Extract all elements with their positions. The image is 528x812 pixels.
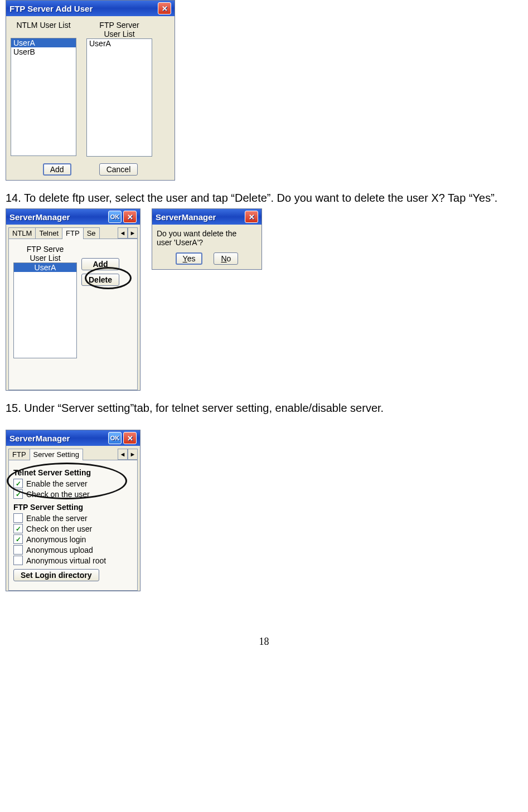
delete-confirm-dialog: ServerManager ✕ Do you want delete the u… [152, 208, 262, 270]
list-label-2: User List [13, 254, 77, 262]
tab-telnet[interactable]: Telnet [35, 227, 62, 239]
cancel-button[interactable]: Cancel [99, 163, 138, 176]
close-icon[interactable]: ✕ [158, 2, 171, 14]
ftp-add-user-window: FTP Server Add User ✕ NTLM User List Use… [6, 0, 175, 181]
ftp-list-label-1: FTP Server [99, 21, 139, 30]
ok-button[interactable]: OK [108, 432, 122, 444]
tab-scroll-left-icon[interactable]: ◄ [118, 449, 128, 460]
telnet-check-user-label: Check on the user [26, 490, 90, 499]
ftp-anon-root-label: Anonymous virtual root [26, 556, 106, 565]
tab-more[interactable]: Se [83, 227, 100, 239]
tab-server-setting[interactable]: Server Setting [30, 449, 83, 460]
telnet-enable-label: Enable the server [26, 479, 88, 488]
instruction-15: 15. Under “Server setting”tab, for telne… [6, 401, 522, 415]
tab-ftp[interactable]: FTP [62, 227, 84, 239]
tab-scroll-right-icon[interactable]: ► [128, 227, 138, 239]
ntlm-list-label: NTLM User List [16, 21, 70, 30]
delete-button[interactable]: Delete [81, 274, 119, 286]
servermanager-ftp-window: ServerManager OK ✕ NTLM Telnet FTP Se ◄ … [6, 208, 141, 391]
set-login-directory-button[interactable]: Set Login directory [13, 569, 99, 581]
ftp-enable-checkbox[interactable] [13, 513, 23, 523]
ftp-list-label-2: User List [104, 30, 134, 38]
page-number: 18 [6, 636, 522, 659]
add-button[interactable]: Add [81, 258, 119, 270]
ftp-check-user-checkbox[interactable] [13, 524, 23, 533]
ftp-anon-root-checkbox[interactable] [13, 556, 23, 565]
servermanager-settings-window: ServerManager OK ✕ FTP Server Setting ◄ … [6, 430, 141, 591]
ftp-anon-login-checkbox[interactable] [13, 534, 23, 544]
instruction-14: 14. To delete ftp user, select the user … [6, 191, 522, 205]
titlebar: FTP Server Add User ✕ [6, 1, 175, 16]
list-label-1: FTP Serve [13, 245, 77, 254]
ntlm-user-list[interactable]: UserA UserB [11, 38, 76, 156]
tab-scroll-right-icon[interactable]: ► [128, 449, 138, 460]
no-button[interactable]: No [214, 252, 238, 265]
close-icon[interactable]: ✕ [123, 211, 137, 223]
dialog-message-1: Do you want delete the [157, 229, 257, 238]
window-title: ServerManager [9, 434, 106, 443]
ok-button[interactable]: OK [108, 211, 122, 223]
telnet-enable-checkbox[interactable] [13, 479, 23, 488]
ftp-group-title: FTP Server Setting [13, 503, 133, 512]
ftp-anon-upload-label: Anonymous upload [26, 546, 93, 555]
window-title: ServerManager [9, 212, 106, 222]
tab-content: FTP Serve User List UserA Add Delete [8, 239, 138, 390]
window-title: ServerManager [156, 212, 243, 222]
dialog-body: Do you want delete the user 'UserA'? Yes… [152, 225, 261, 269]
list-item[interactable]: UserB [11, 47, 76, 56]
close-icon[interactable]: ✕ [123, 432, 137, 444]
window-title: FTP Server Add User [9, 4, 156, 13]
ftp-enable-label: Enable the server [26, 514, 88, 523]
ftp-user-list[interactable]: UserA [13, 262, 77, 358]
telnet-group-title: Telnet Server Setting [13, 468, 133, 477]
ftp-user-list[interactable]: UserA [86, 38, 152, 157]
list-item[interactable]: UserA [87, 39, 152, 48]
tab-content: Telnet Server Setting Enable the server … [8, 460, 138, 591]
telnet-check-user-checkbox[interactable] [13, 489, 23, 499]
ftp-anon-login-label: Anonymous login [26, 535, 86, 544]
tab-ntlm[interactable]: NTLM [8, 227, 36, 239]
tab-bar: FTP Server Setting ◄ ► [8, 448, 138, 460]
tab-scroll-left-icon[interactable]: ◄ [118, 227, 128, 239]
yes-button[interactable]: Yes [176, 252, 203, 265]
list-item[interactable]: UserA [14, 263, 76, 272]
window-body: NTLM User List UserA UserB FTP Server Us… [6, 16, 175, 180]
tab-ftp[interactable]: FTP [8, 449, 30, 460]
ftp-check-user-label: Check on ther user [26, 524, 92, 533]
add-button[interactable]: Add [43, 163, 71, 176]
dialog-message-2: user 'UserA'? [157, 238, 257, 247]
close-icon[interactable]: ✕ [245, 211, 258, 223]
titlebar: ServerManager OK ✕ [6, 430, 140, 446]
list-item[interactable]: UserA [11, 38, 76, 47]
titlebar: ServerManager ✕ [152, 209, 261, 225]
titlebar: ServerManager OK ✕ [6, 209, 140, 225]
tab-bar: NTLM Telnet FTP Se ◄ ► [8, 227, 138, 239]
ftp-anon-upload-checkbox[interactable] [13, 545, 23, 555]
